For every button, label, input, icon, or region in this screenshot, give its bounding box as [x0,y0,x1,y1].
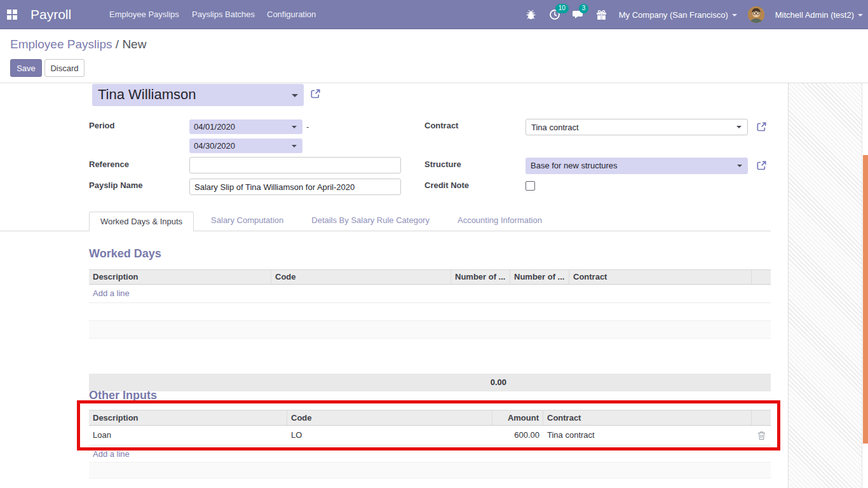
chevron-down-icon [737,165,742,167]
chevron-down-icon [292,94,298,97]
credit-note-checkbox[interactable] [526,181,535,191]
user-avatar[interactable] [748,6,764,23]
period-to-field[interactable]: 04/30/2020 [189,139,302,153]
empty-row [89,321,771,339]
gift-icon[interactable] [595,8,608,21]
vertical-scrollbar[interactable] [862,83,868,488]
contract-external-link-icon[interactable] [756,121,767,132]
scrollbar-thumb[interactable] [863,155,868,444]
message-count-badge: 3 [579,4,589,13]
column-header-handle [752,410,771,425]
payroll-app-window: Payroll Employee Payslips Payslips Batch… [0,0,868,488]
employee-field[interactable]: Tina Williamson [92,84,304,106]
other-inputs-table: Description Code Amount Contract Loan LO… [89,410,771,478]
tab-accounting-information[interactable]: Accounting Information [447,211,553,231]
menu-payslips-batches[interactable]: Payslips Batches [192,0,255,29]
navbar-systray: 10 3 My Company (San Francisco) Mitchell… [525,0,863,29]
payslip-name-input[interactable] [189,179,401,195]
column-header-amount[interactable]: Amount [492,410,543,425]
period-from-value: 04/01/2020 [194,122,235,132]
notebook-tabs: Worked Days & Inputs Salary Computation … [0,212,771,231]
top-navbar: Payroll Employee Payslips Payslips Batch… [0,0,868,29]
user-name: Mitchell Admin (test2) [775,10,854,20]
row-description-cell[interactable]: Loan [89,426,287,445]
app-title[interactable]: Payroll [31,0,71,29]
contract-label: Contract [424,121,458,130]
menu-employee-payslips[interactable]: Employee Payslips [109,0,179,29]
column-header-contract[interactable]: Contract [569,270,752,284]
column-header-number-of-days[interactable]: Number of ... [451,270,510,284]
debug-bug-icon[interactable] [525,8,538,21]
activity-count-badge: 10 [555,4,569,13]
structure-external-link-icon[interactable] [756,160,767,171]
column-header-code[interactable]: Code [271,270,451,284]
column-header-description[interactable]: Description [89,270,271,284]
tab-salary-computation[interactable]: Salary Computation [200,211,294,231]
credit-note-label: Credit Note [424,180,469,190]
save-button[interactable]: Save [10,59,42,77]
reference-input[interactable] [189,157,401,173]
row-delete-cell [752,426,771,445]
breadcrumb-separator: / [112,37,123,51]
company-name: My Company (San Francisco) [619,10,728,20]
column-header-description[interactable]: Description [89,410,287,425]
chevron-down-icon [858,14,863,17]
tab-details-by-salary-rule-category[interactable]: Details By Salary Rule Category [301,211,440,231]
column-header-number-of-hours[interactable]: Number of ... [510,270,569,284]
row-contract-cell[interactable]: Tina contract [543,426,752,445]
period-to-value: 04/30/2020 [194,141,235,151]
chevron-down-icon [292,126,297,128]
worked-days-add-line-row: Add a line [89,285,771,303]
chevron-down-icon [292,145,297,147]
tab-worked-days-inputs[interactable]: Worked Days & Inputs [89,212,194,231]
employee-name: Tina Williamson [98,86,196,103]
contract-field[interactable]: Tina contract [526,119,748,135]
empty-row [89,303,771,321]
breadcrumb: Employee Payslips / New [10,37,146,51]
user-menu[interactable]: Mitchell Admin (test2) [775,10,863,20]
other-inputs-header-row: Description Code Amount Contract [89,410,771,426]
row-code-cell[interactable]: LO [287,426,492,445]
column-header-code[interactable]: Code [287,410,492,425]
payslip-name-label: Payslip Name [89,180,143,190]
messages-chat-icon[interactable]: 3 [572,8,585,21]
employee-external-link-icon[interactable] [310,88,321,99]
other-inputs-title: Other Inputs [89,389,157,402]
worked-days-title: Worked Days [89,247,161,261]
empty-row [89,339,771,356]
worked-days-add-a-line-link[interactable]: Add a line [93,288,130,298]
column-header-handle [752,270,771,284]
period-separator: - [306,122,309,132]
worked-days-header-row: Description Code Number of ... Number of… [89,269,771,285]
worked-days-total-row: 0.00 [89,374,771,391]
trash-icon[interactable] [752,426,771,445]
company-switcher[interactable]: My Company (San Francisco) [619,10,737,20]
row-amount-cell[interactable]: 600.00 [492,426,543,445]
chevron-down-icon [736,126,742,128]
breadcrumb-current: New [122,37,146,51]
structure-label: Structure [424,159,461,169]
other-inputs-add-line-row: Add a line [89,445,771,462]
contract-value: Tina contract [531,123,579,132]
control-panel: Employee Payslips / New Save Discard [0,29,868,83]
structure-field[interactable]: Base for new structures [526,158,748,174]
breadcrumb-parent-link[interactable]: Employee Payslips [10,37,112,51]
period-label: Period [89,121,114,130]
menu-configuration[interactable]: Configuration [267,0,316,29]
worked-days-table: Description Code Number of ... Number of… [89,269,771,391]
reference-label: Reference [89,159,129,169]
empty-row [89,462,771,478]
chevron-down-icon [732,14,737,17]
sheet-margin-hatch [788,83,862,488]
other-inputs-add-a-line-link[interactable]: Add a line [93,449,130,459]
table-row[interactable]: Loan LO 600.00 Tina contract [89,426,771,445]
period-from-field[interactable]: 04/01/2020 [189,119,302,134]
activities-clock-icon[interactable]: 10 [548,8,561,21]
apps-menu-icon[interactable] [6,9,18,20]
column-header-contract[interactable]: Contract [543,410,752,425]
structure-value: Base for new structures [531,161,618,170]
discard-button[interactable]: Discard [44,59,85,77]
